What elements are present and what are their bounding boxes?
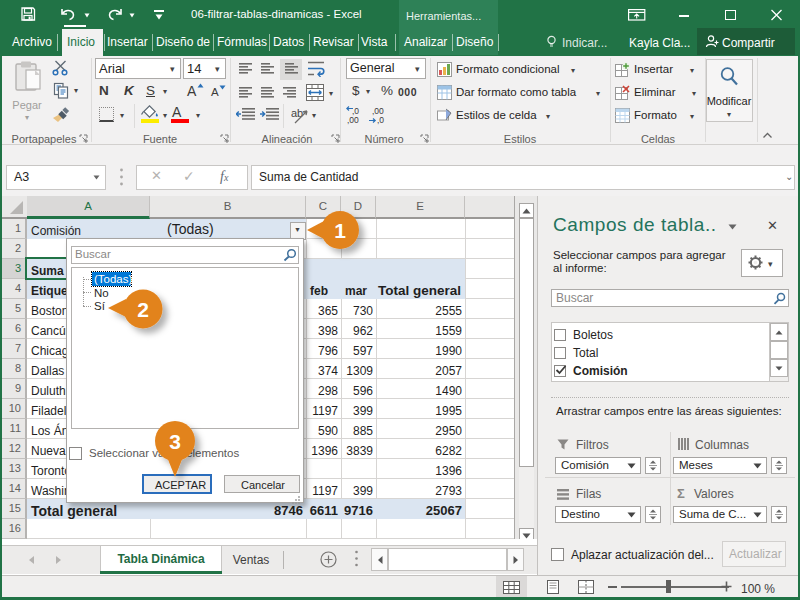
svg-text:,0: ,0	[377, 115, 384, 125]
svg-text:,00: ,00	[347, 115, 359, 125]
